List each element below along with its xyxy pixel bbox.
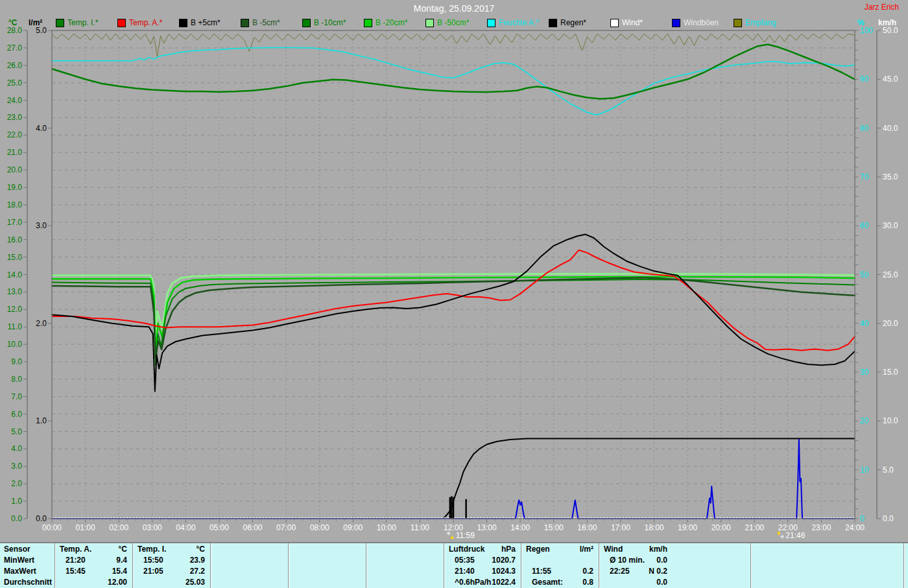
svg-text:13:00: 13:00 <box>477 523 497 532</box>
svg-text:01:00: 01:00 <box>76 523 95 532</box>
svg-text:2.0: 2.0 <box>36 319 47 328</box>
svg-text:15:00: 15:00 <box>544 523 564 532</box>
svg-text:02:00: 02:00 <box>109 523 128 532</box>
svg-text:2.0: 2.0 <box>11 479 22 488</box>
svg-text:10.0: 10.0 <box>883 416 898 425</box>
svg-text:4.0: 4.0 <box>36 124 47 133</box>
svg-text:7.0: 7.0 <box>11 392 22 401</box>
table-column-temp_a: Temp. A.°C21:209.415:4515.412.00 <box>56 543 132 588</box>
svg-text:40: 40 <box>860 319 869 328</box>
series-temp-i- <box>52 45 855 99</box>
svg-text:24:00: 24:00 <box>845 523 865 532</box>
svg-text:20.0: 20.0 <box>883 319 898 328</box>
stat-value: 9.4 <box>116 556 132 565</box>
table-column-regen: Regenl/m²11:550.2Gesamt:0.8 <box>522 543 599 588</box>
svg-text:20: 20 <box>860 416 869 425</box>
chart-area: 0.01.02.03.04.05.06.07.08.09.010.011.012… <box>0 0 908 545</box>
svg-text:17.0: 17.0 <box>7 218 23 227</box>
svg-text:0.0: 0.0 <box>11 514 22 523</box>
sensor-column-unit: °C <box>197 545 210 554</box>
svg-text:24.0: 24.0 <box>7 96 23 105</box>
stat-time: 22:25 <box>600 567 630 576</box>
stat-value: 0.8 <box>582 578 599 587</box>
stat-time: ^0.6hPa/h <box>445 578 491 587</box>
svg-text:0: 0 <box>860 514 865 523</box>
svg-text:23:00: 23:00 <box>811 523 831 532</box>
svg-text:5.0: 5.0 <box>11 427 22 436</box>
row-label: Sensor <box>0 545 30 554</box>
stat-value: 0.2 <box>582 567 599 576</box>
sensor-column-unit: km/h <box>649 545 750 554</box>
table-column-wind: Windkm/hØ 10 min.0.022:25N 0.20.0 <box>600 543 750 588</box>
svg-text:09:00: 09:00 <box>343 523 363 532</box>
stat-value: N 0.2 <box>649 567 750 576</box>
svg-text:18.0: 18.0 <box>7 200 23 209</box>
statistics-table: SensorMinWertMaxWertDurchschnittTemp. A.… <box>0 542 908 588</box>
svg-text:1.0: 1.0 <box>11 497 22 506</box>
svg-text:23.0: 23.0 <box>7 113 23 122</box>
svg-text:04:00: 04:00 <box>176 523 195 532</box>
stat-time: 15:45 <box>56 567 86 576</box>
svg-text:21:00: 21:00 <box>745 523 764 532</box>
svg-text:50: 50 <box>860 270 869 279</box>
time-marker-label: 11:59 <box>456 531 475 540</box>
row-label: MaxWert <box>0 567 36 576</box>
svg-text:28.0: 28.0 <box>7 26 23 35</box>
svg-text:100: 100 <box>860 26 873 35</box>
svg-text:9.0: 9.0 <box>11 357 22 366</box>
svg-text:8.0: 8.0 <box>11 375 22 384</box>
svg-text:11.0: 11.0 <box>8 322 23 331</box>
svg-text:4.0: 4.0 <box>11 444 22 453</box>
stat-time: 21:05 <box>134 567 163 576</box>
stat-value: 1024.3 <box>492 567 521 576</box>
stat-time: Gesamt: <box>522 578 563 587</box>
svg-text:10: 10 <box>860 465 869 475</box>
table-column-empty2 <box>289 543 366 588</box>
svg-text:13.0: 13.0 <box>7 287 23 296</box>
svg-text:10.0: 10.0 <box>7 340 23 349</box>
svg-text:3.0: 3.0 <box>36 221 47 230</box>
svg-text:10:00: 10:00 <box>377 523 396 532</box>
svg-text:25.0: 25.0 <box>7 78 23 88</box>
sensor-column-title: Luftdruck <box>445 545 484 554</box>
svg-text:03:00: 03:00 <box>143 523 162 532</box>
svg-text:70: 70 <box>860 172 869 182</box>
svg-text:15.0: 15.0 <box>883 368 898 377</box>
svg-text:19:00: 19:00 <box>678 523 697 532</box>
stat-value: 1020.7 <box>492 556 521 565</box>
stat-time: 21:40 <box>445 567 475 576</box>
sensor-column-unit: °C <box>119 545 132 554</box>
svg-text:22.0: 22.0 <box>7 130 23 139</box>
svg-text:05:00: 05:00 <box>209 523 229 532</box>
table-column-empty1 <box>211 543 288 588</box>
svg-text:6.0: 6.0 <box>11 410 22 419</box>
weather-chart: 0.01.02.03.04.05.06.07.08.09.010.011.012… <box>0 0 908 542</box>
svg-text:3.0: 3.0 <box>11 462 22 471</box>
table-edge-filler <box>905 543 908 588</box>
stat-value: 23.9 <box>190 556 210 565</box>
svg-text:0.0: 0.0 <box>36 514 47 523</box>
sensor-column-unit: l/m² <box>580 545 599 554</box>
svg-text:14.0: 14.0 <box>7 270 23 279</box>
stat-value: 0.0 <box>656 556 750 565</box>
svg-text:08:00: 08:00 <box>310 523 329 532</box>
svg-text:21.0: 21.0 <box>7 148 23 157</box>
table-column-empty3 <box>367 543 444 588</box>
stat-time: Ø 10 min. <box>600 556 645 565</box>
svg-text:25.0: 25.0 <box>883 270 898 279</box>
svg-text:12.0: 12.0 <box>7 305 23 314</box>
svg-text:16:00: 16:00 <box>577 523 597 532</box>
stat-value: 1022.4 <box>492 578 521 587</box>
svg-text:1.0: 1.0 <box>36 416 47 425</box>
svg-text:80: 80 <box>860 124 869 133</box>
stat-value: 15.4 <box>112 567 132 576</box>
svg-text:30: 30 <box>860 368 869 377</box>
stat-value: 12.00 <box>108 578 132 587</box>
svg-text:19.0: 19.0 <box>7 183 23 192</box>
stat-value: 0.0 <box>656 578 750 587</box>
svg-text:26.0: 26.0 <box>7 61 23 70</box>
stat-time: 11:55 <box>522 567 551 576</box>
sensor-column-title: Regen <box>522 545 550 554</box>
svg-text:20.0: 20.0 <box>7 165 23 174</box>
svg-text:11:00: 11:00 <box>411 523 429 532</box>
